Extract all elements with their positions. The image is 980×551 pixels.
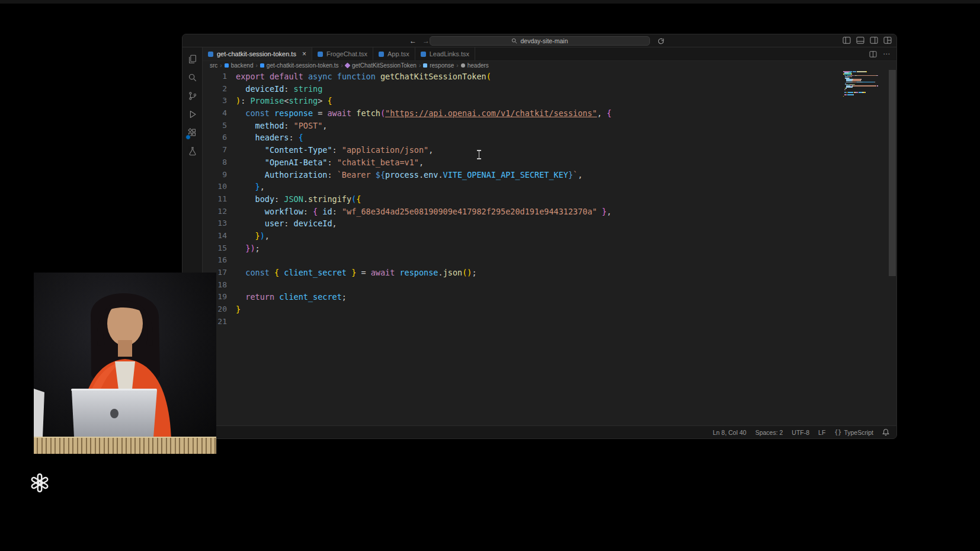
typescript-react-file-icon <box>318 52 323 57</box>
code-line[interactable]: 18 <box>203 279 896 291</box>
symbol-function-icon <box>344 63 350 69</box>
breadcrumb-separator: › <box>220 62 222 69</box>
line-number[interactable]: 9 <box>203 169 227 181</box>
tab-app[interactable]: App.tsx <box>373 47 415 60</box>
line-number[interactable]: 14 <box>203 230 227 242</box>
command-center-search[interactable]: devday-site-main <box>430 36 650 46</box>
editor[interactable]: 1export default async function getChatKi… <box>203 70 896 425</box>
code-line[interactable]: 12 workflow: { id: "wf_68e3d4ad25e081909… <box>203 206 896 218</box>
typescript-file-icon <box>208 52 213 57</box>
code-line[interactable]: 14 }), <box>203 230 896 242</box>
code-line[interactable]: 15 }); <box>203 242 896 255</box>
line-number[interactable]: 4 <box>203 107 227 120</box>
layout-controls <box>843 37 892 44</box>
customize-layout-icon[interactable] <box>883 37 892 44</box>
language-label: TypeScript <box>844 429 873 436</box>
toggle-secondary-sidebar-icon[interactable] <box>870 37 878 44</box>
breadcrumb-separator: › <box>419 62 421 69</box>
tab-frogechat[interactable]: FrogeChat.tsx <box>312 47 373 60</box>
code-line[interactable]: 8 "OpenAI-Beta": "chatkit_beta=v1", <box>203 156 896 169</box>
status-indentation[interactable]: Spaces: 2 <box>755 429 783 436</box>
breadcrumb-separator: › <box>256 62 258 69</box>
run-and-debug-icon[interactable] <box>182 105 203 123</box>
typescript-icon <box>225 63 229 68</box>
breadcrumb-item-response[interactable]: response <box>430 62 454 69</box>
status-language-mode[interactable]: {} TypeScript <box>834 429 873 436</box>
line-number[interactable]: 10 <box>203 181 227 193</box>
tab-label: get-chatkit-session-token.ts <box>217 50 296 57</box>
code-line[interactable]: 11 body: JSON.stringify({ <box>203 193 896 206</box>
minimap[interactable] <box>843 71 887 98</box>
notifications-bell-icon[interactable] <box>882 428 889 436</box>
code-line[interactable]: 16 <box>203 254 896 267</box>
status-bar: Ln 8, Col 40 Spaces: 2 UTF-8 LF {} TypeS… <box>182 425 896 438</box>
breadcrumb-separator: › <box>341 62 343 69</box>
typescript-icon <box>260 63 264 68</box>
line-number[interactable]: 3 <box>203 95 227 107</box>
line-number[interactable]: 16 <box>203 254 227 267</box>
code-line[interactable]: 7 "Content-Type": "application/json", <box>203 144 896 156</box>
line-number[interactable]: 12 <box>203 206 227 218</box>
refresh-icon[interactable] <box>657 37 665 45</box>
top-edge-strip <box>0 0 980 4</box>
mouse-ibeam-cursor <box>476 150 482 159</box>
code-line[interactable]: 2 deviceId: string <box>203 83 896 95</box>
tab-label: App.tsx <box>387 50 409 57</box>
breadcrumb-item-headers[interactable]: headers <box>467 62 489 69</box>
testing-icon[interactable] <box>182 142 203 160</box>
code-line[interactable]: 5 method: "POST", <box>203 120 896 132</box>
status-eol[interactable]: LF <box>818 429 825 436</box>
line-number[interactable]: 5 <box>203 120 227 132</box>
more-actions-icon[interactable]: ⋯ <box>883 50 891 58</box>
code-line[interactable]: 9 Authorization: `Bearer ${process.env.V… <box>203 169 896 181</box>
vscode-window: ← → devday-site-main <box>182 34 897 439</box>
typescript-react-file-icon <box>379 52 384 57</box>
minimap-content <box>843 71 887 98</box>
search-value: devday-site-main <box>521 37 568 44</box>
line-number[interactable]: 1 <box>203 71 227 83</box>
search-sidebar-icon[interactable] <box>182 68 203 87</box>
toggle-primary-sidebar-icon[interactable] <box>843 37 851 44</box>
code-line[interactable]: 6 headers: { <box>203 132 896 144</box>
code-line[interactable]: 4 const response = await fetch("https://… <box>203 107 896 120</box>
line-number[interactable]: 7 <box>203 144 227 156</box>
line-number[interactable]: 8 <box>203 156 227 169</box>
breadcrumb-item-function[interactable]: getChatKitSessionToken <box>352 62 417 69</box>
line-number[interactable]: 2 <box>203 83 227 95</box>
line-number[interactable]: 15 <box>203 242 227 255</box>
tab-close-icon[interactable]: × <box>302 50 306 57</box>
code-line[interactable]: 3): Promise<string> { <box>203 95 896 107</box>
tab-label: LeadLinks.tsx <box>430 50 469 57</box>
extensions-badge <box>185 134 191 140</box>
code-line[interactable]: 19 return client_secret; <box>203 291 896 303</box>
tab-leadlinks[interactable]: LeadLinks.tsx <box>415 47 475 60</box>
breadcrumb-item-backend[interactable]: backend <box>231 62 254 69</box>
breadcrumb: src › backend › get-chatkit-session-toke… <box>203 61 896 70</box>
titlebar: ← → devday-site-main <box>182 34 896 47</box>
nav-back-button[interactable]: ← <box>408 36 418 46</box>
explorer-icon[interactable] <box>182 50 203 68</box>
source-control-icon[interactable] <box>182 87 203 105</box>
code-line[interactable]: 20} <box>203 303 896 316</box>
stage: ← → devday-site-main <box>0 0 980 551</box>
breadcrumb-item-src[interactable]: src <box>210 62 217 69</box>
tab-actions: ⋯ <box>863 47 896 60</box>
breadcrumb-item-file[interactable]: get-chatkit-session-token.ts <box>267 62 339 69</box>
code-line[interactable]: 21 <box>203 316 896 328</box>
code-line[interactable]: 10 }, <box>203 181 896 193</box>
line-number[interactable]: 6 <box>203 132 227 144</box>
code-line[interactable]: 1export default async function getChatKi… <box>203 71 896 83</box>
status-encoding[interactable]: UTF-8 <box>792 429 809 436</box>
tab-get-chatkit-session-token[interactable]: get-chatkit-session-token.ts × <box>203 47 312 60</box>
code-line[interactable]: 13 user: deviceId, <box>203 217 896 230</box>
code-line[interactable]: 17 const { client_secret } = await respo… <box>203 267 896 279</box>
extensions-icon[interactable] <box>182 123 203 142</box>
code-area[interactable]: 1export default async function getChatKi… <box>203 70 896 425</box>
wooden-desk-slats <box>34 437 216 454</box>
split-editor-icon[interactable] <box>869 51 877 57</box>
line-number[interactable]: 13 <box>203 217 227 230</box>
line-number[interactable]: 11 <box>203 193 227 206</box>
scrollbar-thumb[interactable] <box>889 70 896 276</box>
status-cursor-position[interactable]: Ln 8, Col 40 <box>713 429 747 436</box>
toggle-panel-icon[interactable] <box>856 37 864 44</box>
